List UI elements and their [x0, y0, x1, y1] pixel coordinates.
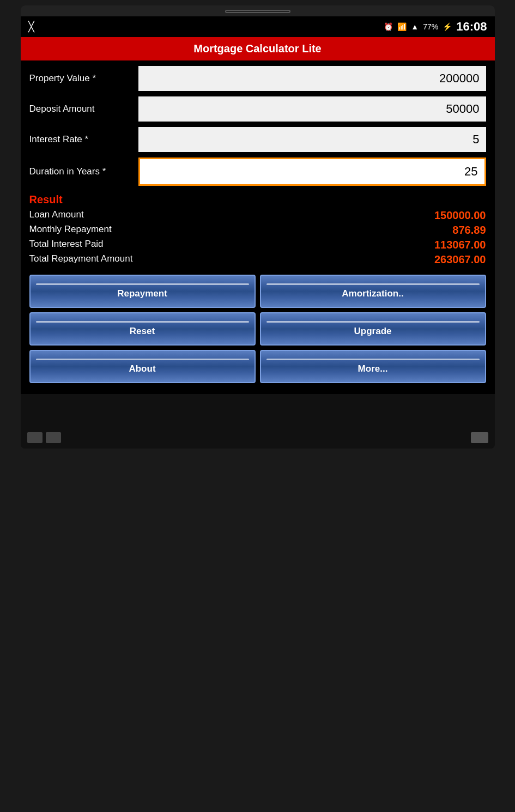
loan-amount-label: Loan Amount — [29, 209, 84, 222]
button-grid: Repayment Amortization.. Reset Upgrade A… — [29, 275, 486, 383]
interest-rate-input[interactable] — [138, 127, 486, 152]
status-right-icons: ⏰ 📶 ▲ 77% ⚡ 16:08 — [384, 20, 487, 34]
duration-years-label: Duration in Years * — [29, 166, 138, 177]
nav-left-icons — [27, 432, 61, 443]
duration-years-input[interactable] — [138, 157, 486, 186]
total-repayment-row: Total Repayment Amount 263067.00 — [29, 253, 486, 266]
monthly-repayment-row: Monthly Repayment 876.89 — [29, 224, 486, 237]
property-value-row: Property Value * — [29, 66, 486, 91]
about-button[interactable]: About — [29, 350, 256, 383]
battery-icon: ⚡ — [443, 22, 452, 31]
clock-display: 16:08 — [456, 20, 487, 34]
usb-icon: ╳ — [28, 21, 34, 33]
result-title: Result — [29, 193, 486, 206]
property-value-input[interactable] — [138, 66, 486, 91]
result-section: Result Loan Amount 150000.00 Monthly Rep… — [29, 193, 486, 266]
app-header: Mortgage Calculator Lite — [21, 37, 495, 60]
total-interest-row: Total Interest Paid 113067.00 — [29, 239, 486, 251]
app-title: Mortgage Calculator Lite — [193, 43, 321, 54]
bottom-nav — [21, 427, 495, 449]
nav-icon-2[interactable] — [46, 432, 61, 443]
interest-rate-label: Interest Rate * — [29, 134, 138, 145]
nav-icon-right[interactable] — [471, 432, 488, 443]
deposit-amount-label: Deposit Amount — [29, 104, 138, 114]
drag-handle — [21, 5, 495, 16]
more-button[interactable]: More... — [260, 350, 486, 383]
repayment-button[interactable]: Repayment — [29, 275, 256, 308]
total-interest-value: 113067.00 — [434, 239, 486, 251]
drag-dots — [225, 10, 290, 13]
app-content: Property Value * Deposit Amount Interest… — [21, 60, 495, 394]
total-repayment-label: Total Repayment Amount — [29, 253, 133, 266]
property-value-label: Property Value * — [29, 73, 138, 84]
duration-years-row: Duration in Years * — [29, 157, 486, 186]
monthly-repayment-label: Monthly Repayment — [29, 224, 112, 237]
total-interest-label: Total Interest Paid — [29, 239, 104, 251]
amortization-button[interactable]: Amortization.. — [260, 275, 486, 308]
deposit-amount-row: Deposit Amount — [29, 96, 486, 122]
loan-amount-value: 150000.00 — [434, 209, 486, 222]
upgrade-button[interactable]: Upgrade — [260, 312, 486, 346]
signal-icon: ▲ — [411, 22, 419, 31]
alarm-icon: ⏰ — [384, 22, 393, 31]
monthly-repayment-value: 876.89 — [452, 224, 486, 237]
wifi-icon: 📶 — [397, 22, 407, 31]
nav-icon-1[interactable] — [27, 432, 43, 443]
total-repayment-value: 263067.00 — [434, 253, 486, 266]
status-bar: ╳ ⏰ 📶 ▲ 77% ⚡ 16:08 — [21, 16, 495, 37]
phone-frame: ╳ ⏰ 📶 ▲ 77% ⚡ 16:08 Mortgage Calculator … — [21, 5, 495, 449]
loan-amount-row: Loan Amount 150000.00 — [29, 209, 486, 222]
battery-percent: 77% — [423, 22, 438, 31]
reset-button[interactable]: Reset — [29, 312, 256, 346]
deposit-amount-input[interactable] — [138, 96, 486, 122]
interest-rate-row: Interest Rate * — [29, 127, 486, 152]
